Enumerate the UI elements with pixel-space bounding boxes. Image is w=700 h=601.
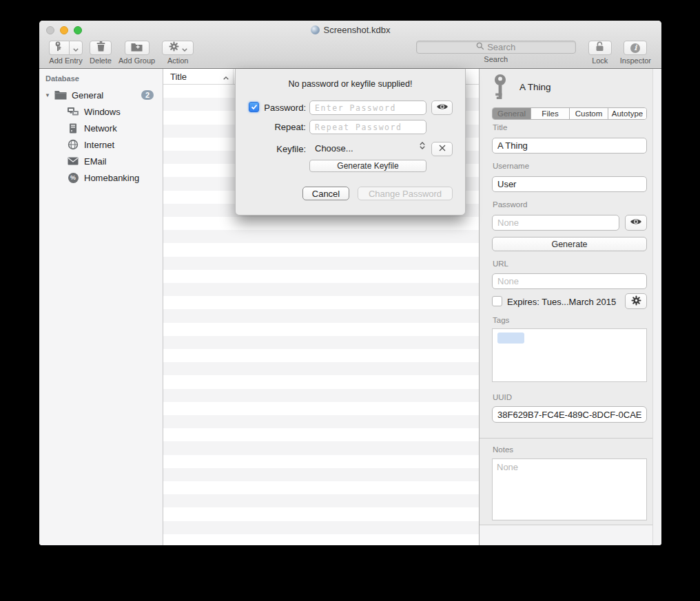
- show-password-button[interactable]: [625, 215, 647, 231]
- sidebar-item-label: Internet: [84, 140, 114, 150]
- lock-item: Lock: [588, 41, 612, 65]
- tab-files[interactable]: Files: [531, 108, 570, 119]
- dialog-repeat-input[interactable]: [309, 120, 426, 134]
- password-field[interactable]: [492, 215, 619, 231]
- lock-label: Lock: [592, 56, 608, 65]
- document-icon: [311, 25, 320, 34]
- add-entry-button[interactable]: [49, 41, 69, 55]
- dialog-show-password-button[interactable]: [431, 101, 453, 115]
- tags-field-label: Tags: [493, 316, 509, 324]
- globe-icon: [67, 139, 79, 150]
- lock-button[interactable]: [588, 41, 612, 55]
- keyfile-popup[interactable]: Choose...: [315, 143, 353, 154]
- generate-password-button[interactable]: Generate: [492, 237, 647, 251]
- generate-keyfile-button[interactable]: Generate Keyfile: [309, 160, 426, 172]
- tag-pill[interactable]: [497, 333, 524, 344]
- window-header: Screenshot.kdbx Add Ent: [39, 21, 661, 69]
- add-entry-label: Add Entry: [49, 56, 82, 65]
- dialog-keyfile-label: Keyfile:: [260, 144, 306, 154]
- inspector-button[interactable]: i: [624, 41, 647, 55]
- add-group-button[interactable]: [125, 41, 150, 55]
- inspector-item: i Inspector: [620, 41, 651, 65]
- folder-plus-icon: [131, 42, 143, 54]
- close-icon: [438, 144, 446, 154]
- sidebar-item-label: Network: [84, 123, 117, 134]
- toolbar: Add Entry Delete Add Group: [39, 39, 661, 68]
- window-title: Screenshot.kdbx: [324, 25, 391, 35]
- sidebar-item-label: Homebanking: [84, 173, 139, 183]
- tab-autotype[interactable]: Autotype: [608, 108, 646, 119]
- expires-label: Expires: Tues...March 2015: [507, 297, 616, 307]
- title-field[interactable]: [492, 138, 647, 154]
- sidebar-item-homebanking[interactable]: % Homebanking: [39, 169, 163, 186]
- percent-icon: %: [67, 173, 79, 183]
- delete-button[interactable]: [90, 41, 112, 55]
- expires-checkbox[interactable]: [492, 296, 502, 306]
- delete-label: Delete: [90, 56, 112, 65]
- notes-field-label: Notes: [493, 445, 513, 454]
- key-icon: [492, 74, 508, 103]
- tab-general[interactable]: General: [493, 108, 531, 119]
- folder-icon: [54, 90, 67, 100]
- change-password-button[interactable]: Change Password: [358, 187, 453, 200]
- tab-custom[interactable]: Custom: [570, 108, 608, 119]
- chevron-down-icon: [182, 42, 187, 54]
- key-plus-icon: [54, 41, 64, 54]
- sidebar: Database ▼ General 2 Windows: [39, 69, 163, 545]
- tags-field[interactable]: [492, 328, 647, 382]
- sidebar-item-internet[interactable]: Internet: [39, 136, 163, 153]
- sidebar-item-general[interactable]: ▼ General 2: [39, 87, 163, 103]
- trash-icon: [96, 41, 105, 54]
- change-password-dialog: No password or keyfile supplied! Passwor…: [235, 69, 466, 215]
- delete-item: Delete: [90, 41, 112, 65]
- column-title-label: Title: [170, 72, 187, 82]
- sidebar-item-label: General: [72, 90, 103, 101]
- stepper-icon[interactable]: [420, 142, 425, 149]
- inspector-panel: A Thing General Files Custom Autotype Ti…: [479, 69, 661, 545]
- add-group-item: Add Group: [119, 41, 155, 65]
- search-item: Search Search: [416, 41, 576, 63]
- search-input[interactable]: Search: [416, 41, 576, 54]
- dialog-password-label: Password:: [260, 103, 306, 113]
- info-icon: i: [630, 43, 640, 53]
- dialog-password-input[interactable]: [309, 101, 426, 115]
- action-button[interactable]: [162, 41, 194, 55]
- sidebar-item-windows[interactable]: Windows: [39, 103, 163, 120]
- envelope-icon: [67, 157, 79, 165]
- column-header-title[interactable]: Title: [163, 69, 233, 84]
- dialog-message: No password or keyfile supplied!: [236, 79, 465, 89]
- sidebar-item-network[interactable]: Network: [39, 120, 163, 136]
- windows-icon: [67, 107, 79, 116]
- window-title-area: Screenshot.kdbx: [39, 21, 661, 39]
- server-icon: [67, 123, 79, 134]
- uuid-field[interactable]: [492, 406, 647, 423]
- toolbar-right: Search Search Lock i Ins: [416, 41, 655, 65]
- entry-count-badge: 2: [141, 90, 154, 100]
- search-label: Search: [484, 55, 508, 63]
- add-entry-dropdown-button[interactable]: [69, 41, 83, 55]
- disclosure-triangle-icon[interactable]: ▼: [45, 92, 54, 98]
- username-field[interactable]: [492, 176, 647, 192]
- url-field-label: URL: [493, 260, 508, 268]
- chevron-down-icon: [73, 42, 79, 54]
- lock-open-icon: [595, 41, 604, 54]
- search-icon: [476, 42, 484, 52]
- titlebar[interactable]: Screenshot.kdbx: [39, 21, 661, 39]
- action-item: Action: [162, 41, 194, 65]
- expires-settings-button[interactable]: [625, 293, 647, 309]
- notes-field[interactable]: [492, 458, 647, 520]
- dialog-repeat-label: Repeat:: [260, 122, 306, 132]
- inspector-label: Inspector: [620, 56, 651, 65]
- cancel-button[interactable]: Cancel: [302, 187, 349, 200]
- url-field[interactable]: [492, 273, 647, 289]
- sidebar-item-email[interactable]: EMail: [39, 153, 163, 169]
- action-label: Action: [167, 56, 189, 65]
- sidebar-item-label: Windows: [84, 107, 121, 117]
- notes-divider: [480, 438, 652, 439]
- password-checkbox[interactable]: [249, 102, 259, 112]
- inspector-scrollbar[interactable]: [652, 69, 661, 545]
- uuid-field-label: UUID: [493, 393, 512, 401]
- title-field-label: Title: [493, 123, 507, 131]
- username-field-label: Username: [493, 162, 529, 170]
- clear-keyfile-button[interactable]: [431, 142, 453, 156]
